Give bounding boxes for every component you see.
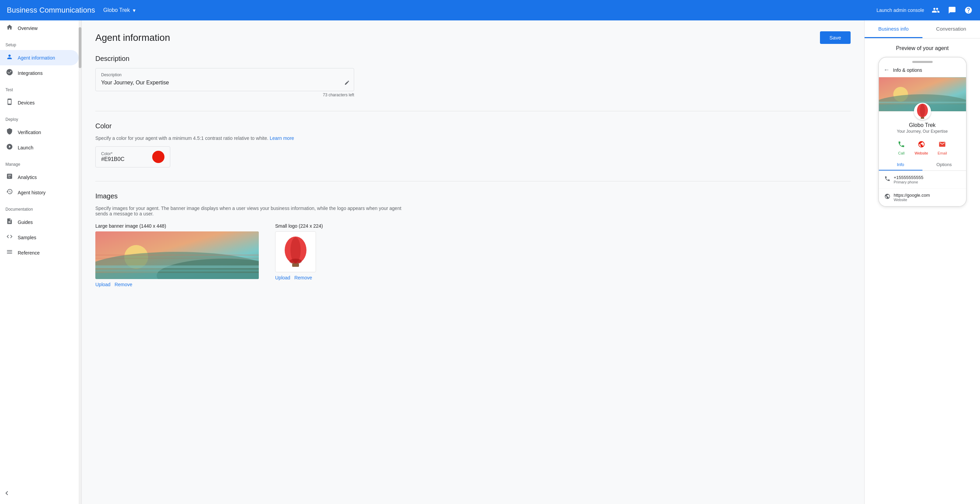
guides-icon — [5, 218, 14, 226]
svg-rect-7 — [95, 273, 259, 279]
help-icon[interactable] — [964, 5, 973, 15]
sidebar-item-verification[interactable]: Verification — [0, 125, 79, 140]
sidebar-item-samples[interactable]: Samples — [0, 230, 79, 245]
svg-rect-13 — [292, 263, 299, 267]
tab-conversation[interactable]: Conversation — [923, 21, 980, 38]
description-section: Description Description Your Journey, Ou… — [95, 55, 851, 97]
logo-actions: Upload Remove — [275, 275, 323, 281]
svg-rect-8 — [95, 255, 259, 255]
phone-row-phone-icon — [884, 176, 891, 184]
phone-action-call[interactable]: Call — [897, 141, 905, 155]
banner-remove-link[interactable]: Remove — [115, 282, 132, 287]
sidebar-item-launch[interactable]: Launch — [0, 140, 79, 155]
images-section: Images Specify images for your agent. Th… — [95, 192, 851, 287]
phone-tab-options[interactable]: Options — [923, 159, 966, 171]
color-section-desc: Specify a color for your agent with a mi… — [95, 135, 851, 141]
color-swatch[interactable] — [152, 151, 164, 163]
phone-info-tabs: Info Options — [879, 159, 966, 171]
save-button[interactable]: Save — [820, 31, 851, 44]
brand-selector[interactable]: Globo Trek ▾ — [103, 7, 135, 14]
sidebar-label-verification: Verification — [18, 130, 41, 135]
images-section-desc: Specify images for your agent. The banne… — [95, 206, 402, 216]
color-field[interactable]: Color* #E91B0C — [95, 146, 170, 168]
phone-tab-info[interactable]: Info — [879, 159, 923, 171]
sidebar-label-overview: Overview — [18, 25, 37, 31]
description-field[interactable]: Description Your Journey, Our Expertise — [95, 68, 354, 91]
sidebar-item-integrations[interactable]: Integrations — [0, 65, 79, 81]
panel-body: Preview of your agent ← Info & options — [865, 38, 980, 504]
divider-2 — [95, 181, 851, 181]
sidebar-label-guides: Guides — [18, 219, 33, 225]
back-arrow-icon[interactable]: ← — [884, 67, 890, 73]
phone-info-row-phone: +15555555555 Primary phone — [879, 171, 966, 189]
color-section: Color Specify a color for your agent wit… — [95, 122, 851, 168]
sidebar-item-devices[interactable]: Devices — [0, 95, 79, 110]
sidebar-label-devices: Devices — [18, 100, 35, 106]
home-icon — [5, 24, 14, 32]
analytics-icon — [5, 173, 14, 181]
logo-upload-link[interactable]: Upload — [275, 275, 290, 281]
banner-upload-link[interactable]: Upload — [95, 282, 110, 287]
app-title: Business Communications — [7, 6, 95, 14]
phone-banner — [879, 77, 966, 111]
color-field-value[interactable]: #E91B0C — [101, 156, 125, 162]
sidebar-scrollthumb[interactable] — [79, 27, 81, 68]
phone-action-email[interactable]: Email — [938, 141, 947, 155]
header: Business Communications Globo Trek ▾ Lau… — [0, 0, 980, 21]
sidebar-label-agent-history: Agent history — [18, 190, 46, 195]
launch-icon — [5, 143, 14, 152]
brand-name: Globo Trek — [103, 7, 130, 13]
sidebar-section-documentation: Documentation — [0, 200, 81, 214]
svg-rect-5 — [95, 265, 259, 268]
sidebar-item-analytics[interactable]: Analytics — [0, 170, 79, 185]
phone-row-website-label: Website — [894, 198, 930, 202]
chat-icon[interactable] — [947, 5, 957, 15]
phone-row-website-value: https://google.com — [894, 193, 930, 198]
tab-business-info[interactable]: Business info — [865, 21, 923, 38]
images-section-title: Images — [95, 192, 851, 200]
phone-action-website[interactable]: Website — [915, 141, 928, 155]
description-field-value[interactable]: Your Journey, Our Expertise — [101, 79, 348, 87]
brand-dropdown-icon: ▾ — [133, 7, 135, 14]
page-title: Agent information — [95, 32, 170, 43]
phone-screen: ← Info & options — [879, 63, 966, 206]
phone-logo-circle — [914, 103, 931, 120]
svg-point-12 — [290, 258, 302, 264]
logo-remove-link[interactable]: Remove — [294, 275, 312, 281]
color-section-title: Color — [95, 122, 851, 130]
phone-action-email-label: Email — [938, 151, 947, 155]
sidebar-label-analytics: Analytics — [18, 174, 37, 180]
description-section-title: Description — [95, 55, 851, 63]
svg-rect-6 — [95, 269, 259, 271]
phone-icon — [5, 98, 14, 107]
phone-mockup: ← Info & options — [878, 57, 967, 207]
svg-rect-23 — [921, 117, 924, 119]
code-icon — [5, 233, 14, 242]
sidebar-label-launch: Launch — [18, 145, 33, 151]
logo-preview — [275, 231, 316, 272]
sidebar-item-agent-information[interactable]: Agent information — [0, 50, 79, 65]
banner-preview — [95, 231, 259, 279]
char-count: 73 characters left — [95, 93, 354, 97]
banner-label: Large banner image (1440 x 448) — [95, 223, 259, 229]
reference-icon — [5, 249, 14, 257]
page-header: Agent information Save — [95, 31, 851, 44]
learn-more-link[interactable]: Learn more — [270, 135, 294, 141]
sidebar-item-overview[interactable]: Overview — [0, 21, 79, 36]
header-right: Launch admin console — [877, 5, 973, 15]
phone-topbar-label: Info & options — [893, 67, 923, 73]
person-icon — [5, 54, 14, 62]
people-icon[interactable] — [931, 5, 940, 15]
launch-admin-link[interactable]: Launch admin console — [877, 8, 924, 13]
phone-row-phone-value: +15555555555 — [894, 175, 923, 180]
sidebar-scrolltrack — [79, 21, 81, 504]
sidebar-item-agent-history[interactable]: Agent history — [0, 185, 79, 200]
sidebar-item-guides[interactable]: Guides — [0, 214, 79, 230]
color-field-label: Color* — [101, 151, 125, 156]
edit-icon[interactable] — [344, 80, 350, 87]
banner-actions: Upload Remove — [95, 282, 259, 287]
svg-rect-9 — [95, 258, 259, 258]
phone-agent-desc: Your Journey, Our Expertise — [883, 129, 962, 134]
sidebar-collapse-button[interactable] — [3, 489, 11, 499]
sidebar-item-reference[interactable]: Reference — [0, 245, 79, 260]
